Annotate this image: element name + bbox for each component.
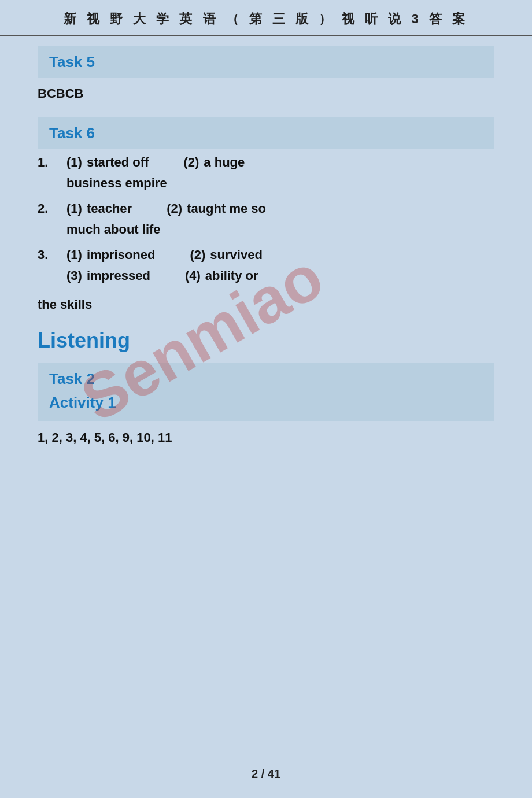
item2-num: 2. bbox=[38, 201, 66, 216]
item1-content: (1) started off (2) a huge business empi… bbox=[66, 155, 494, 191]
item2-sub2: (2) taught me so bbox=[167, 201, 266, 216]
item3-row2: (3) impressed (4) ability or bbox=[66, 268, 494, 287]
activity1-title: Activity 1 bbox=[49, 394, 116, 411]
item2-continuation: much about life bbox=[66, 222, 494, 237]
item3-sub2-value: survived bbox=[210, 247, 263, 263]
item3-sub3-value: impressed bbox=[87, 268, 150, 283]
page-number: 2 / 41 bbox=[252, 767, 280, 780]
item1-sub2-label: (2) bbox=[183, 155, 199, 170]
page-container: Senmiao 新 视 野 大 学 英 语 （ 第 三 版 ） 视 听 说 3 … bbox=[0, 0, 532, 798]
item3-sub3: (3) impressed bbox=[66, 268, 150, 283]
item3-sub3-label: (3) bbox=[66, 268, 82, 283]
item2-sub1-label: (1) bbox=[66, 201, 82, 216]
main-content: Task 5 BCBCB Task 6 1. (1) started off (… bbox=[0, 46, 532, 445]
task5-title: Task 5 bbox=[49, 53, 95, 71]
task5-answer: BCBCB bbox=[38, 78, 494, 107]
item3-sub2-label: (2) bbox=[190, 247, 205, 263]
page-footer: 2 / 41 bbox=[0, 767, 532, 781]
task6-item-2: 2. (1) teacher (2) taught me so much abo… bbox=[38, 201, 494, 237]
task6-item-1: 1. (1) started off (2) a huge business e… bbox=[38, 155, 494, 191]
item1-sub2-value: a huge bbox=[204, 155, 245, 170]
item3-sub1: (1) imprisoned bbox=[66, 247, 155, 263]
item2-sub2-value: taught me so bbox=[187, 201, 266, 216]
item3-continuation: the skills bbox=[38, 297, 494, 312]
item1-sub1-value: started off bbox=[87, 155, 149, 170]
item3-content: (1) imprisoned (2) survived (3) impresse… bbox=[66, 247, 494, 287]
item1-continuation: business empire bbox=[66, 176, 494, 191]
item3-sub2: (2) survived bbox=[190, 247, 262, 263]
item3-sub4-value: ability or bbox=[205, 268, 258, 283]
task6-title: Task 6 bbox=[49, 124, 95, 142]
task2-title: Task 2 bbox=[49, 370, 483, 388]
item3-sub4-label: (4) bbox=[185, 268, 201, 283]
item1-sub1-label: (1) bbox=[66, 155, 82, 170]
item3-sub1-label: (1) bbox=[66, 247, 82, 263]
activity1-answer: 1, 2, 3, 4, 5, 6, 9, 10, 11 bbox=[38, 421, 494, 445]
task5-header: Task 5 bbox=[38, 46, 494, 78]
task6-item-3: 3. (1) imprisoned (2) survived (3) impre… bbox=[38, 247, 494, 287]
task2-section: Task 2 Activity 1 bbox=[38, 363, 494, 421]
item2-sub1: (1) teacher bbox=[66, 201, 132, 216]
item1-sub2: (2) a huge bbox=[183, 155, 245, 170]
item2-content: (1) teacher (2) taught me so much about … bbox=[66, 201, 494, 237]
item1-num: 1. bbox=[38, 155, 66, 170]
item3-sub4: (4) ability or bbox=[185, 268, 258, 283]
header: 新 视 野 大 学 英 语 （ 第 三 版 ） 视 听 说 3 答 案 bbox=[0, 0, 532, 36]
listening-heading: Listening bbox=[38, 328, 494, 353]
item1-sub1: (1) started off bbox=[66, 155, 149, 170]
task6-header: Task 6 bbox=[38, 117, 494, 149]
item2-sub1-value: teacher bbox=[87, 201, 132, 216]
task6-list: 1. (1) started off (2) a huge business e… bbox=[38, 149, 494, 312]
item2-sub2-label: (2) bbox=[167, 201, 182, 216]
item3-sub1-value: imprisoned bbox=[87, 247, 156, 263]
header-title: 新 视 野 大 学 英 语 （ 第 三 版 ） 视 听 说 3 答 案 bbox=[38, 10, 494, 28]
item3-num: 3. bbox=[38, 247, 66, 263]
